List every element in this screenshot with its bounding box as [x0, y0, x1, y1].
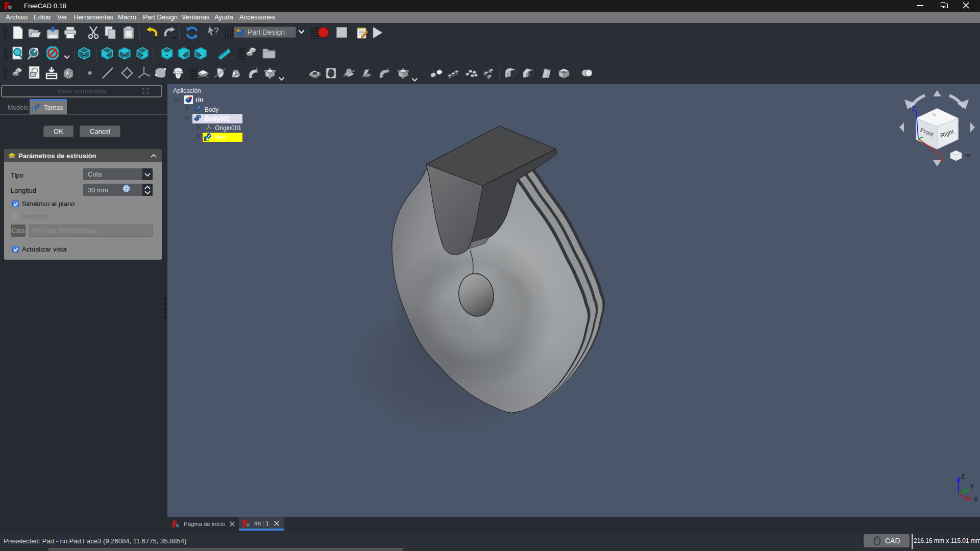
svg-text:Y: Y — [970, 483, 974, 490]
svg-text:X: X — [940, 156, 944, 164]
svg-text:Z: Z — [912, 105, 916, 112]
svg-text:X: X — [974, 496, 978, 503]
svg-text:Z: Z — [961, 473, 965, 480]
svg-text:?: ? — [214, 26, 218, 36]
